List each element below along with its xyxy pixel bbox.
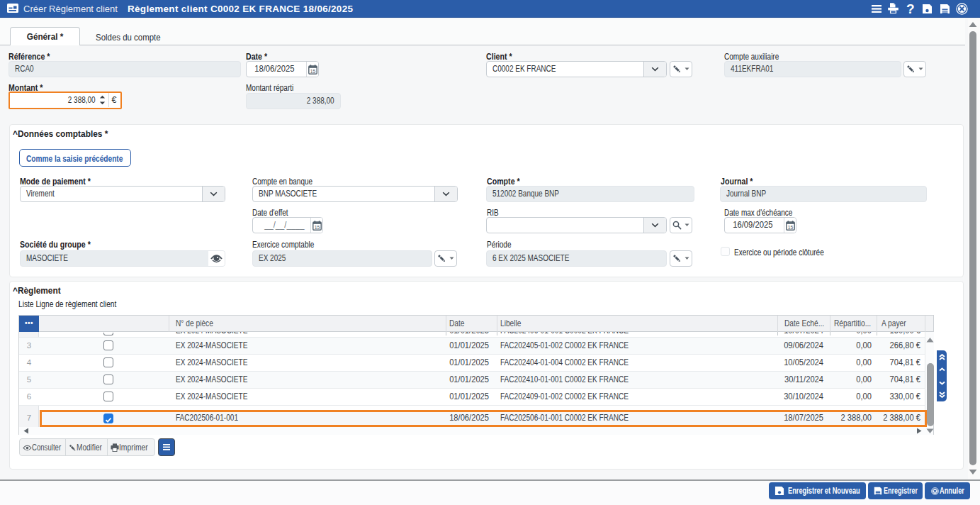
svg-text:15: 15 bbox=[787, 224, 793, 229]
svg-text:15: 15 bbox=[310, 68, 315, 73]
svg-text:15: 15 bbox=[314, 224, 320, 229]
